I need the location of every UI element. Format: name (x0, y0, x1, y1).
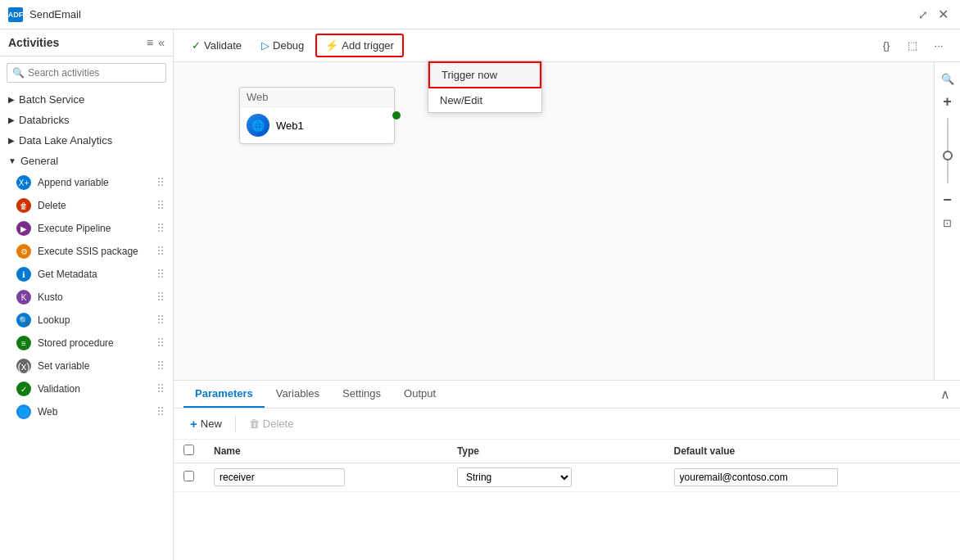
search-box[interactable]: 🔍 (7, 63, 166, 83)
table-header: Name Type Default value (174, 440, 960, 463)
zoom-in-button[interactable]: + (938, 92, 958, 111)
sidebar-collapse-icon[interactable]: « (158, 36, 165, 49)
web-node-title: Web1 (276, 120, 304, 132)
search-zoom-icon: 🔍 (941, 73, 954, 85)
close-button[interactable]: ✕ (935, 3, 952, 25)
top-bar: ADF SendEmail ⤢ ✕ (0, 0, 960, 29)
drag-handle-6[interactable]: ⠿ (156, 291, 165, 304)
zoom-fit-button[interactable]: ⊡ (938, 213, 958, 233)
chevron-right-icon: ▶ (8, 95, 15, 104)
bottom-panel-collapse-button[interactable]: ∧ (940, 386, 950, 402)
row-checkbox-cell (174, 463, 204, 492)
add-trigger-icon: ⚡ (325, 39, 338, 52)
delete-icon: 🗑 (16, 198, 31, 213)
sidebar-activity-append-variable[interactable]: X+ Append variable ⠿ (0, 171, 173, 194)
delete-label: Delete (38, 200, 150, 211)
th-checkbox (174, 440, 204, 463)
delete-icon: 🗑 (249, 418, 260, 430)
zoom-out-button[interactable]: − (938, 190, 958, 210)
sidebar-item-general[interactable]: ▼ General (0, 151, 173, 171)
zoom-in-icon: + (943, 93, 952, 111)
tab-settings[interactable]: Settings (331, 381, 392, 408)
zoom-slider-thumb[interactable] (943, 151, 953, 160)
sidebar-activity-get-metadata[interactable]: ℹ Get Metadata ⠿ (0, 263, 173, 286)
drag-handle-7[interactable]: ⠿ (156, 314, 165, 327)
code-button[interactable]: ⬚ (901, 34, 924, 57)
trigger-now-item[interactable]: Trigger now (428, 61, 541, 88)
param-name-input[interactable] (214, 468, 345, 486)
json-icon: {} (883, 39, 890, 52)
web-node[interactable]: Web 🌐 Web1 (239, 87, 395, 144)
tab-parameters[interactable]: Parameters (183, 381, 265, 408)
validate-button[interactable]: ✓ Validate (183, 35, 250, 56)
sidebar-activity-kusto[interactable]: K Kusto ⠿ (0, 286, 173, 309)
sidebar-item-databricks[interactable]: ▶ Databricks (0, 110, 173, 130)
sidebar-activity-execute-pipeline[interactable]: ▶ Execute Pipeline ⠿ (0, 217, 173, 240)
stored-procedure-icon: ≡ (16, 336, 31, 350)
sidebar-item-batch-service[interactable]: ▶ Batch Service (0, 89, 173, 110)
drag-handle-2[interactable]: ⠿ (156, 199, 165, 212)
drag-handle-5[interactable]: ⠿ (156, 268, 165, 281)
sidebar-activity-set-variable[interactable]: (x) Set variable ⠿ (0, 355, 173, 377)
param-default-input[interactable] (674, 468, 838, 486)
delete-parameter-button[interactable]: 🗑 Delete (242, 414, 301, 433)
sidebar-activity-lookup[interactable]: 🔍 Lookup ⠿ (0, 309, 173, 332)
th-default-value: Default value (664, 440, 960, 463)
param-type-select[interactable]: String Bool Int Float Array Object Secur… (457, 467, 572, 487)
search-input[interactable] (28, 67, 161, 79)
drag-handle-8[interactable]: ⠿ (156, 336, 165, 350)
lookup-label: Lookup (38, 314, 150, 326)
tab-variables[interactable]: Variables (265, 381, 331, 408)
drag-handle-9[interactable]: ⠿ (156, 359, 165, 373)
more-icon: ··· (935, 39, 944, 52)
add-trigger-button[interactable]: ⚡ Add trigger (315, 34, 404, 57)
sidebar-activity-web[interactable]: 🌐 Web ⠿ (0, 400, 173, 423)
chevron-down-icon: ▼ (8, 156, 16, 165)
zoom-slider-track (947, 118, 949, 183)
sidebar-activity-delete[interactable]: 🗑 Delete ⠿ (0, 194, 173, 217)
select-all-checkbox[interactable] (183, 445, 194, 455)
json-button[interactable]: {} (875, 34, 898, 57)
chevron-right-icon-3: ▶ (8, 136, 15, 145)
table-row: String Bool Int Float Array Object Secur… (174, 463, 960, 492)
new-edit-item[interactable]: New/Edit (428, 88, 541, 112)
row-checkbox[interactable] (183, 471, 194, 481)
sidebar-activity-execute-ssis[interactable]: ⚙ Execute SSIS package ⠿ (0, 240, 173, 263)
drag-handle-4[interactable]: ⠿ (156, 245, 165, 258)
chevron-right-icon-2: ▶ (8, 115, 15, 124)
tab-output[interactable]: Output (392, 381, 447, 408)
app-logo: ADF (8, 7, 23, 22)
drag-handle-3[interactable]: ⠿ (156, 222, 165, 235)
sidebar-activity-validation[interactable]: ✓ Validation ⠿ (0, 377, 173, 400)
kusto-label: Kusto (38, 291, 150, 303)
row-default-cell (664, 463, 960, 492)
new-parameter-button[interactable]: + New (183, 413, 229, 434)
bottom-panel-tabs: Parameters Variables Settings Output ∧ (174, 381, 960, 409)
debug-button[interactable]: ▷ Debug (253, 35, 312, 56)
general-label: General (20, 155, 58, 167)
drag-handle-10[interactable]: ⠿ (156, 382, 165, 395)
main-layout: Activities ≡ « 🔍 ▶ Batch Service ▶ Datab… (0, 29, 960, 560)
table-header-row: Name Type Default value (174, 440, 960, 463)
table-body: String Bool Int Float Array Object Secur… (174, 463, 960, 492)
sidebar: Activities ≡ « 🔍 ▶ Batch Service ▶ Datab… (0, 29, 174, 560)
search-zoom-button[interactable]: 🔍 (938, 69, 958, 88)
expand-icon[interactable]: ⤢ (918, 8, 928, 21)
add-trigger-label: Add trigger (342, 39, 394, 52)
toolbar-right: {} ⬚ ··· (875, 34, 950, 57)
sidebar-filter-icon[interactable]: ≡ (147, 36, 153, 49)
kusto-icon: K (16, 290, 31, 305)
new-label: New (201, 418, 222, 430)
zoom-fit-icon: ⊡ (943, 217, 952, 229)
execute-ssis-icon: ⚙ (16, 244, 31, 259)
drag-handle-11[interactable]: ⠿ (156, 405, 165, 418)
validation-icon: ✓ (16, 382, 31, 396)
sidebar-controls: ≡ « (147, 36, 165, 49)
sidebar-activity-stored-procedure[interactable]: ≡ Stored procedure ⠿ (0, 332, 173, 355)
sidebar-item-data-lake[interactable]: ▶ Data Lake Analytics (0, 130, 173, 151)
zoom-panel: 🔍 + − ⊡ (934, 62, 960, 380)
drag-handle[interactable]: ⠿ (156, 176, 165, 189)
pipeline-canvas[interactable]: Web 🌐 Web1 🔍 + (174, 62, 960, 380)
execute-pipeline-icon: ▶ (16, 221, 31, 236)
more-button[interactable]: ··· (927, 34, 950, 57)
